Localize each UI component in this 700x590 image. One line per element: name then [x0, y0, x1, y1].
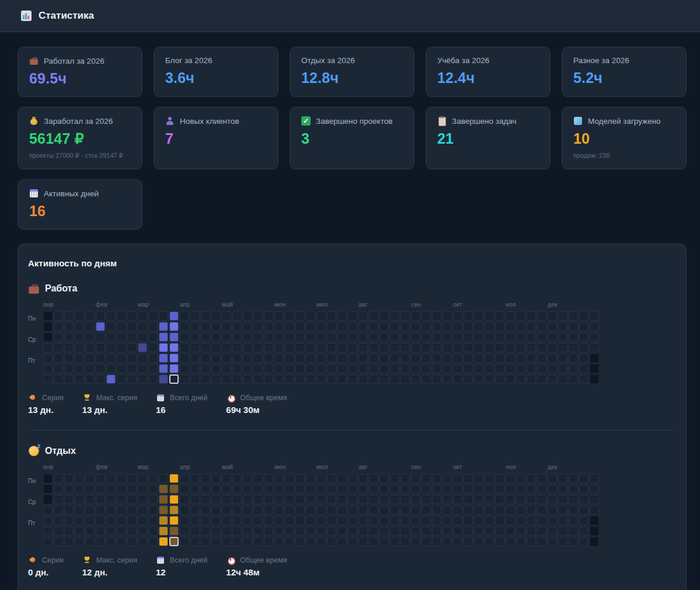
heatmap-cell[interactable]: [537, 505, 546, 515]
heatmap-cell[interactable]: [127, 474, 137, 483]
heatmap-cell[interactable]: [85, 374, 95, 384]
heatmap-cell[interactable]: [443, 537, 452, 546]
heatmap-cell[interactable]: [222, 484, 231, 494]
heatmap-cell[interactable]: [432, 537, 441, 546]
heatmap-cell[interactable]: [369, 311, 378, 321]
heatmap-cell[interactable]: [432, 332, 441, 342]
heatmap-cell[interactable]: [232, 505, 242, 515]
heatmap-cell[interactable]: [43, 516, 53, 525]
heatmap-cell[interactable]: [464, 343, 473, 352]
heatmap-cell[interactable]: [348, 505, 357, 515]
heatmap-cell[interactable]: [390, 484, 399, 494]
heatmap-cell[interactable]: [306, 516, 315, 525]
heatmap-cell[interactable]: [106, 343, 116, 352]
heatmap-cell[interactable]: [337, 322, 347, 331]
heatmap-cell[interactable]: [232, 311, 242, 321]
heatmap-cell[interactable]: [527, 495, 536, 504]
heatmap-cell[interactable]: [390, 353, 399, 363]
heatmap-cell[interactable]: [369, 353, 378, 363]
heatmap-cell[interactable]: [548, 474, 557, 483]
heatmap-cell[interactable]: [379, 332, 389, 342]
heatmap-cell[interactable]: [285, 495, 294, 504]
heatmap-cell[interactable]: [506, 516, 515, 525]
heatmap-cell[interactable]: [443, 343, 452, 352]
heatmap-cell[interactable]: [474, 364, 483, 373]
heatmap-cell[interactable]: [474, 343, 483, 352]
heatmap-cell[interactable]: [474, 311, 483, 321]
heatmap-cell[interactable]: [96, 332, 105, 342]
heatmap-cell[interactable]: [432, 505, 441, 515]
heatmap-cell[interactable]: [306, 495, 315, 504]
heatmap-cell[interactable]: [117, 343, 126, 352]
heatmap-cell[interactable]: [64, 505, 74, 515]
heatmap-cell[interactable]: [285, 516, 294, 525]
heatmap-cell[interactable]: [464, 364, 473, 373]
heatmap-cell[interactable]: [43, 505, 53, 515]
heatmap-cell[interactable]: [117, 537, 126, 546]
heatmap-cell[interactable]: [211, 516, 221, 525]
heatmap-cell[interactable]: [443, 364, 452, 373]
heatmap-cell[interactable]: [75, 374, 84, 384]
heatmap-cell[interactable]: [569, 343, 578, 352]
heatmap-cell[interactable]: [316, 495, 326, 504]
heatmap-cell[interactable]: [337, 495, 347, 504]
heatmap-cell[interactable]: [264, 495, 273, 504]
heatmap-cell[interactable]: [401, 484, 410, 494]
heatmap-cell[interactable]: [295, 374, 305, 384]
heatmap-cell[interactable]: [537, 343, 546, 352]
heatmap-cell[interactable]: [96, 374, 105, 384]
heatmap-cell[interactable]: [264, 484, 273, 494]
heatmap-cell[interactable]: [54, 343, 63, 352]
heatmap-cell[interactable]: [43, 343, 53, 352]
heatmap-cell[interactable]: [537, 364, 546, 373]
heatmap-cell[interactable]: [264, 353, 273, 363]
heatmap-cell[interactable]: [548, 495, 557, 504]
heatmap-cell[interactable]: [590, 332, 599, 342]
heatmap-cell[interactable]: [75, 322, 84, 331]
heatmap-cell[interactable]: [485, 322, 494, 331]
heatmap-cell[interactable]: [316, 505, 326, 515]
heatmap-cell[interactable]: [264, 311, 273, 321]
heatmap-cell[interactable]: [232, 343, 242, 352]
heatmap-cell[interactable]: [411, 364, 420, 373]
heatmap-cell[interactable]: [253, 537, 263, 546]
heatmap-cell[interactable]: [316, 322, 326, 331]
heatmap-cell[interactable]: [75, 343, 84, 352]
heatmap-cell[interactable]: [537, 516, 546, 525]
heatmap-cell[interactable]: [232, 474, 242, 483]
heatmap-cell[interactable]: [43, 311, 53, 321]
heatmap-cell[interactable]: [411, 484, 420, 494]
heatmap-cell[interactable]: [537, 537, 546, 546]
heatmap-cell[interactable]: [348, 537, 357, 546]
heatmap-cell[interactable]: [201, 343, 210, 352]
heatmap-cell[interactable]: [54, 484, 63, 494]
heatmap-cell[interactable]: [411, 343, 420, 352]
heatmap-cell[interactable]: [190, 505, 200, 515]
heatmap-cell[interactable]: [569, 364, 578, 373]
heatmap-cell[interactable]: [169, 353, 179, 363]
heatmap-cell[interactable]: [85, 364, 95, 373]
heatmap-cell[interactable]: [159, 374, 168, 384]
heatmap-cell[interactable]: [327, 332, 336, 342]
heatmap-cell[interactable]: [211, 332, 221, 342]
heatmap-cell[interactable]: [358, 364, 368, 373]
heatmap-cell[interactable]: [117, 516, 126, 525]
heatmap-cell[interactable]: [390, 322, 399, 331]
heatmap-cell[interactable]: [590, 343, 599, 352]
heatmap-cell[interactable]: [138, 516, 147, 525]
heatmap-cell[interactable]: [453, 474, 462, 483]
heatmap-cell[interactable]: [537, 495, 546, 504]
heatmap-cell[interactable]: [548, 353, 557, 363]
heatmap-cell[interactable]: [579, 526, 588, 536]
heatmap-cell[interactable]: [422, 526, 431, 536]
heatmap-cell[interactable]: [474, 537, 483, 546]
heatmap-cell[interactable]: [222, 374, 231, 384]
heatmap-cell[interactable]: [590, 516, 599, 525]
heatmap-cell[interactable]: [243, 516, 252, 525]
heatmap-cell[interactable]: [401, 474, 410, 483]
heatmap-cell[interactable]: [222, 364, 231, 373]
heatmap-cell[interactable]: [379, 474, 389, 483]
heatmap-cell[interactable]: [117, 311, 126, 321]
heatmap-cell[interactable]: [358, 484, 368, 494]
heatmap-cell[interactable]: [96, 353, 105, 363]
